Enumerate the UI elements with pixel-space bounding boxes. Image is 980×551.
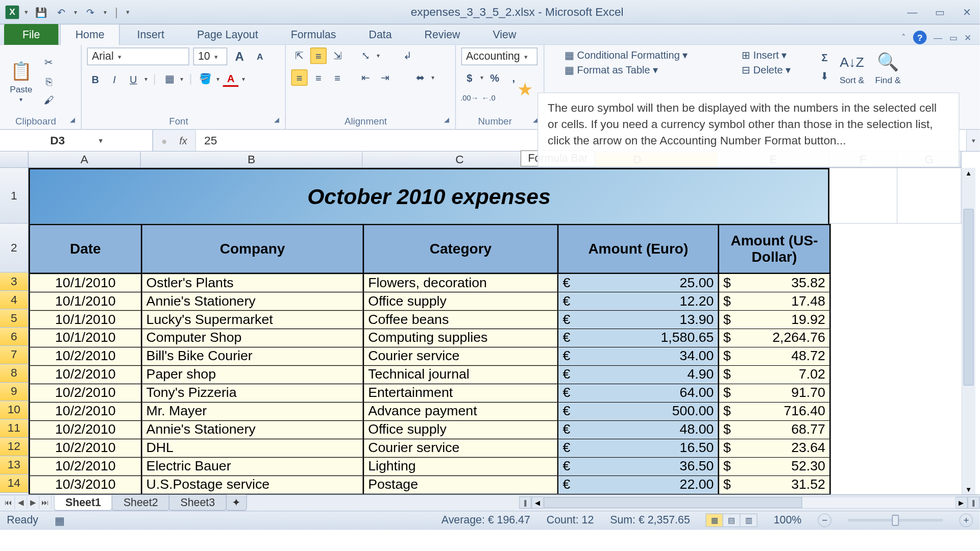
cell-usd[interactable]: $7.02 (719, 365, 830, 384)
scrollbar-thumb[interactable] (964, 209, 974, 386)
row-header-12[interactable]: 12 (0, 438, 29, 456)
redo-button[interactable]: ↷ (83, 5, 98, 19)
decrease-indent-button[interactable]: ⇤ (358, 69, 374, 86)
horizontal-scrollbar[interactable] (543, 496, 956, 509)
cell-category[interactable]: Postage (363, 475, 558, 494)
hscroll-right[interactable]: ▶ (955, 496, 968, 509)
cell-usd[interactable]: $91.70 (719, 384, 830, 402)
format-painter-button[interactable]: 🖌 (41, 91, 57, 108)
row-header-11[interactable]: 11 (0, 419, 29, 438)
cell-usd[interactable]: $35.82 (719, 273, 830, 292)
cell-usd[interactable]: $48.72 (719, 347, 830, 365)
conditional-formatting-button[interactable]: ▦ Conditional Formatting ▾ (565, 49, 688, 61)
tab-view[interactable]: View (477, 24, 532, 45)
cell-date[interactable]: 10/1/2010 (29, 329, 141, 347)
sheet-tab-sheet3[interactable]: Sheet3 (169, 495, 227, 511)
row-header-2[interactable]: 2 (0, 224, 29, 273)
cell-usd[interactable]: $716.40 (719, 402, 830, 420)
cell-company[interactable]: Lucky's Supermarket (141, 310, 363, 329)
accounting-format-button[interactable]: $ (461, 69, 478, 86)
align-left-button[interactable]: ≡ (291, 69, 308, 86)
cell-category[interactable]: Courier service (363, 439, 558, 457)
scroll-down-icon[interactable]: ▼ (962, 484, 975, 494)
cell-euro[interactable]: €500.00 (558, 402, 719, 420)
row-header-5[interactable]: 5 (0, 310, 29, 328)
grow-font-button[interactable]: A (231, 48, 248, 65)
copy-button[interactable]: ⎘ (41, 73, 57, 89)
row-header-14[interactable]: 14 (0, 474, 29, 493)
tab-insert[interactable]: Insert (121, 24, 180, 45)
zoom-level[interactable]: 100% (774, 514, 802, 527)
cell-category[interactable]: Coffee beans (363, 310, 558, 329)
hscrollbar-thumb[interactable] (544, 497, 802, 508)
font-color-button[interactable]: A (223, 71, 239, 87)
underline-button[interactable]: U (125, 71, 141, 87)
align-top-button[interactable]: ⇱ (291, 47, 308, 64)
page-layout-view-button[interactable]: ▤ (723, 513, 741, 527)
cell-category[interactable]: Office supply (363, 292, 558, 310)
cell-euro[interactable]: €12.20 (558, 292, 719, 310)
find-select-button[interactable]: 🔍Find & (871, 49, 904, 86)
row-header-7[interactable]: 7 (0, 346, 29, 364)
fx-button[interactable]: fx (179, 135, 187, 146)
cell-category[interactable]: Technical journal (363, 365, 558, 384)
cell-date[interactable]: 10/2/2010 (29, 365, 141, 384)
cell-company[interactable]: Paper shop (141, 365, 363, 384)
cell-usd[interactable]: $68.77 (719, 420, 830, 439)
cell-date[interactable]: 10/1/2010 (29, 310, 141, 329)
cell-usd[interactable]: $19.92 (719, 310, 830, 329)
prev-sheet-button[interactable]: ◀ (15, 496, 27, 510)
cell-date[interactable]: 10/2/2010 (29, 439, 141, 457)
cell-date[interactable]: 10/2/2010 (29, 420, 141, 439)
sheet-tab-sheet2[interactable]: Sheet2 (112, 495, 169, 511)
cell-usd[interactable]: $23.64 (719, 439, 830, 457)
cell-category[interactable]: Entertainment (363, 384, 558, 402)
increase-decimal-button[interactable]: .00→ (461, 90, 478, 106)
cell-category[interactable]: Courier service (363, 347, 558, 365)
wrap-text-button[interactable]: ↲ (399, 47, 415, 64)
name-box[interactable]: D3▾ (0, 130, 153, 151)
doc-restore-icon[interactable]: ▭ (949, 32, 958, 42)
cell-company[interactable]: Mr. Mayer (141, 402, 363, 420)
close-button[interactable]: ✕ (960, 5, 974, 19)
hscroll-left[interactable]: ◀ (531, 496, 544, 509)
first-sheet-button[interactable]: ⏮ (3, 496, 15, 510)
vertical-scrollbar[interactable]: ▲ ▼ (962, 168, 975, 494)
cell-euro[interactable]: €64.00 (558, 384, 719, 402)
orientation-button[interactable]: ⤡ (358, 47, 374, 64)
cell-euro[interactable]: €34.00 (558, 347, 719, 365)
paste-button[interactable]: 📋 Paste ▾ (6, 58, 37, 104)
cell-company[interactable]: Computer Shop (141, 329, 363, 347)
page-break-view-button[interactable]: ▥ (740, 513, 757, 527)
row-header-13[interactable]: 13 (0, 456, 29, 474)
tab-home[interactable]: Home (60, 24, 120, 45)
tab-page-layout[interactable]: Page Layout (181, 24, 274, 45)
cell-date[interactable]: 10/2/2010 (29, 457, 141, 475)
cell-category[interactable]: Advance payment (363, 402, 558, 420)
sort-filter-button[interactable]: A↓ZSort & (836, 49, 868, 86)
help-icon[interactable]: ? (913, 31, 927, 44)
minimize-ribbon-icon[interactable]: ˄ (901, 32, 906, 42)
zoom-in-button[interactable]: + (960, 513, 973, 527)
cell-company[interactable]: DHL (141, 439, 363, 457)
align-bottom-button[interactable]: ⇲ (329, 47, 346, 64)
maximize-button[interactable]: ▭ (932, 5, 947, 19)
doc-close-icon[interactable]: ✕ (964, 32, 972, 42)
cell-date[interactable]: 10/2/2010 (29, 402, 141, 420)
table-header[interactable]: Category (363, 224, 558, 273)
select-all-corner[interactable] (0, 152, 29, 168)
decrease-decimal-button[interactable]: ←.0 (480, 90, 497, 106)
cell-usd[interactable]: $17.48 (719, 292, 830, 310)
doc-minimize-icon[interactable]: — (934, 32, 942, 42)
cell-company[interactable]: Annie's Stationery (141, 292, 363, 310)
fill-color-button[interactable]: 🪣 (198, 71, 214, 87)
dialog-launcher-icon[interactable]: ◢ (444, 116, 450, 123)
cell-euro[interactable]: €1,580.65 (558, 329, 719, 347)
insert-cells-button[interactable]: ⊞ Insert ▾ (742, 49, 791, 61)
cell-euro[interactable]: €16.50 (558, 439, 719, 457)
cell-euro[interactable]: €25.00 (558, 273, 719, 292)
row-header-1[interactable]: 1 (0, 168, 29, 223)
sheet-tab-sheet1[interactable]: Sheet1 (54, 495, 112, 511)
table-header[interactable]: Amount (US-Dollar) (719, 224, 830, 273)
table-header[interactable]: Amount (Euro) (558, 224, 719, 273)
